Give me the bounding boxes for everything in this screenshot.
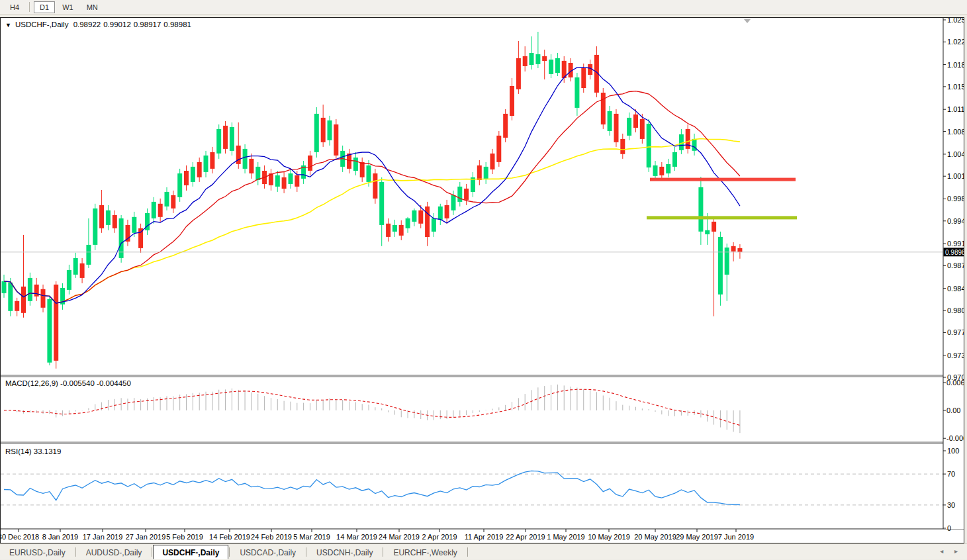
- scroll-position-marker-icon[interactable]: [744, 19, 751, 23]
- tab-divider: [229, 547, 230, 557]
- svg-text:24 Mar 2019: 24 Mar 2019: [379, 533, 420, 541]
- svg-text:22 Apr 2019: 22 Apr 2019: [506, 533, 545, 541]
- svg-text:0.006058: 0.006058: [946, 379, 964, 387]
- svg-text:5 Mar 2019: 5 Mar 2019: [293, 533, 330, 541]
- ma-fast-line: [4, 68, 740, 304]
- svg-text:1.01180: 1.01180: [947, 105, 964, 113]
- svg-text:1 May 2019: 1 May 2019: [547, 533, 584, 541]
- svg-text:30: 30: [947, 501, 955, 509]
- svg-text:0.98420: 0.98420: [947, 285, 964, 293]
- svg-text:1.00840: 1.00840: [947, 128, 964, 136]
- timeframe-h4-button[interactable]: H4: [4, 1, 25, 13]
- svg-text:14 Feb 2019: 14 Feb 2019: [209, 533, 250, 541]
- svg-text:0.98981: 0.98981: [945, 249, 964, 256]
- tab-audusd-daily[interactable]: AUDUSD-,Daily: [77, 545, 152, 559]
- svg-text:20 May 2019: 20 May 2019: [634, 533, 676, 541]
- svg-text:5 Feb 2019: 5 Feb 2019: [166, 533, 203, 541]
- current-price-tag: 0.98981: [944, 248, 964, 256]
- svg-text:0.97740: 0.97740: [947, 328, 964, 336]
- svg-text:0.98080: 0.98080: [947, 306, 964, 314]
- tab-eurchf-weekly[interactable]: EURCHF-,Weekly: [384, 545, 466, 559]
- resistance-line-red[interactable]: [650, 178, 796, 181]
- chart-window: 30 Dec 20188 Jan 201917 Jan 201927 Jan 2…: [0, 17, 964, 543]
- timeframe-d1-button[interactable]: D1: [34, 1, 55, 13]
- svg-text:2 Apr 2019: 2 Apr 2019: [422, 533, 457, 541]
- svg-text:0.99110: 0.99110: [947, 240, 964, 248]
- tab-usdchf-daily[interactable]: USDCHF-,Daily: [153, 545, 228, 559]
- svg-text:10 May 2019: 10 May 2019: [588, 533, 630, 541]
- tab-scroll-arrows: ◂ ▸: [931, 547, 958, 555]
- svg-text:27 Jan 2019: 27 Jan 2019: [126, 533, 166, 541]
- svg-text:0.99460: 0.99460: [947, 217, 964, 225]
- svg-text:14 Mar 2019: 14 Mar 2019: [336, 533, 377, 541]
- svg-text:1.02220: 1.02220: [947, 38, 964, 46]
- timeframe-mn-button[interactable]: MN: [81, 1, 104, 13]
- svg-text:-0.006096: -0.006096: [946, 434, 964, 442]
- tab-divider: [152, 547, 152, 557]
- tab-usdcnh-daily[interactable]: USDCNH-,Daily: [307, 545, 382, 559]
- macd-histogram: [4, 385, 740, 433]
- svg-text:1.02560: 1.02560: [947, 18, 964, 24]
- svg-text:100: 100: [947, 447, 959, 455]
- svg-text:70: 70: [947, 470, 955, 478]
- tab-eurusd-daily[interactable]: EURUSD-,Daily: [0, 545, 75, 559]
- timeframe-toolbar: H4 D1 W1 MN: [0, 0, 967, 15]
- tab-divider: [467, 547, 468, 557]
- svg-text:8 Jan 2019: 8 Jan 2019: [42, 533, 78, 541]
- toolbar-separator: [29, 2, 30, 12]
- support-line-olive[interactable]: [647, 216, 797, 219]
- tab-divider: [383, 547, 383, 557]
- svg-text:11 Apr 2019: 11 Apr 2019: [465, 533, 504, 541]
- rsi-line: [4, 471, 740, 504]
- svg-text:0.00: 0.00: [946, 406, 960, 414]
- svg-text:1.01530: 1.01530: [947, 83, 964, 91]
- tab-usdcad-daily[interactable]: USDCAD-,Daily: [230, 545, 305, 559]
- chart-canvas[interactable]: 30 Dec 20188 Jan 201917 Jan 201927 Jan 2…: [1, 18, 964, 543]
- svg-text:24 Feb 2019: 24 Feb 2019: [251, 533, 292, 541]
- tabs-scroll-left-icon[interactable]: ◂: [940, 547, 943, 555]
- svg-text:7 Jun 2019: 7 Jun 2019: [718, 533, 754, 541]
- svg-text:29 May 2019: 29 May 2019: [676, 533, 718, 541]
- timeframe-w1-button[interactable]: W1: [56, 1, 79, 13]
- svg-text:0.99800: 0.99800: [947, 195, 964, 203]
- svg-text:1.00490: 1.00490: [947, 150, 964, 158]
- svg-text:1.01870: 1.01870: [947, 61, 964, 69]
- candlestick-series: [2, 32, 743, 369]
- tab-divider: [306, 547, 306, 557]
- svg-text:30 Dec 2018: 30 Dec 2018: [1, 533, 39, 541]
- tab-divider: [75, 547, 76, 557]
- tabs-scroll-right-icon[interactable]: ▸: [954, 547, 958, 555]
- time-axis-labels[interactable]: 30 Dec 20188 Jan 201917 Jan 201927 Jan 2…: [1, 529, 754, 541]
- svg-text:0.97390: 0.97390: [947, 351, 964, 359]
- svg-text:0: 0: [947, 524, 951, 532]
- symbol-tab-bar: EURUSD-,Daily AUDUSD-,Daily USDCHF-,Dail…: [0, 543, 967, 559]
- svg-text:17 Jan 2019: 17 Jan 2019: [83, 533, 123, 541]
- svg-text:1.00150: 1.00150: [947, 172, 964, 180]
- svg-text:0.98770: 0.98770: [947, 261, 964, 269]
